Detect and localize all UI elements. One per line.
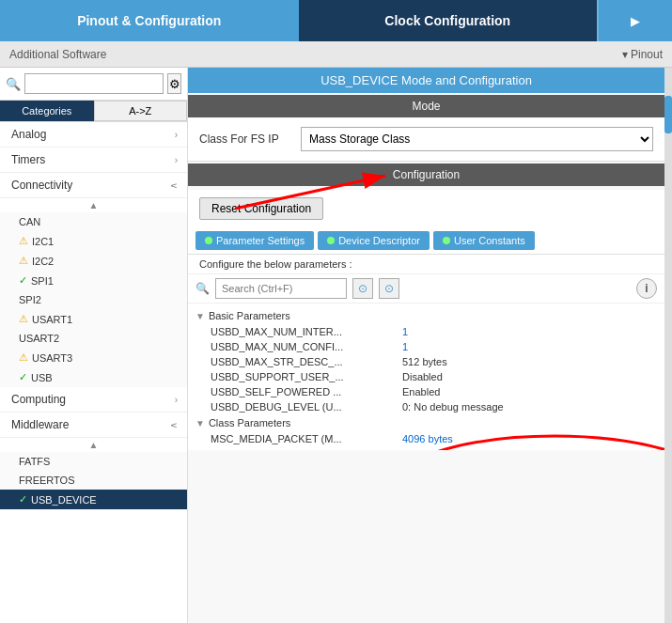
warn-icon: ⚠ (19, 351, 28, 364)
class-for-fs-ip-label: Class For FS IP (199, 132, 293, 146)
params-tree: ▼ Basic Parameters USBD_MAX_NUM_INTER...… (188, 304, 664, 450)
sidebar-search-input[interactable] (24, 73, 164, 94)
sidebar-item-connectivity[interactable]: Connectivity ∨ (0, 173, 187, 198)
mode-row: Class For FS IP Mass Storage Class (199, 127, 653, 151)
search-icon-params: 🔍 (195, 282, 210, 295)
param-name: USBD_DEBUG_LEVEL (U... (211, 401, 399, 413)
param-row: USBD_SELF_POWERED ... Enabled (188, 384, 664, 399)
sidebar-item-computing[interactable]: Computing › (0, 387, 187, 413)
param-name: USBD_MAX_NUM_INTER... (211, 326, 399, 337)
params-search-row: 🔍 ⊙ ⊙ i (188, 274, 664, 304)
gear-button[interactable]: ⚙ (167, 73, 181, 94)
dot-icon (327, 237, 335, 244)
sidebar-sub-spi2[interactable]: SPI2 (0, 290, 187, 309)
sidebar-item-timers[interactable]: Timers › (0, 148, 187, 173)
tab-device-descriptor[interactable]: Device Descriptor (318, 231, 430, 250)
sidebar: 🔍 ⚙ Categories A->Z Analog › (0, 68, 188, 623)
warn-icon: ⚠ (19, 235, 28, 247)
next-nav-button[interactable]: ⊙ (379, 278, 399, 299)
sidebar-sub-freertos[interactable]: FREERTOS (0, 471, 187, 490)
content-area: USB_DEVICE Mode and Configuration Mode C… (188, 68, 664, 623)
dot-icon (205, 237, 212, 244)
check-icon: ✓ (19, 371, 27, 383)
toggle-icon: ▼ (195, 418, 205, 428)
scroll-up-arrow-middleware[interactable]: ▲ (0, 438, 187, 452)
tab-categories[interactable]: Categories (0, 101, 94, 121)
chevron-down-icon: ∨ (169, 422, 180, 428)
sidebar-search-row: 🔍 ⚙ (0, 68, 187, 101)
sidebar-sub-spi1[interactable]: ✓ SPI1 (0, 271, 187, 290)
param-name: USBD_MAX_STR_DESC_... (211, 356, 399, 367)
param-row: USBD_DEBUG_LEVEL (U... 0: No debug messa… (188, 399, 664, 414)
param-row: USBD_MAX_NUM_CONFI... 1 (188, 339, 664, 354)
tab-parameter-settings[interactable]: Parameter Settings (195, 231, 314, 250)
param-name: USBD_SUPPORT_USER_... (211, 371, 399, 382)
class-for-fs-ip-select[interactable]: Mass Storage Class (301, 127, 653, 151)
scrollbar-thumb (664, 96, 672, 133)
tab-atoz[interactable]: A->Z (94, 101, 188, 121)
tab-pinout[interactable]: Pinout & Configuration (0, 0, 299, 41)
chevron-down-icon: ∨ (169, 182, 180, 189)
class-params-group[interactable]: ▼ Class Parameters (188, 414, 664, 431)
param-value: 512 bytes (402, 356, 447, 367)
sidebar-sub-usb-device[interactable]: ✓ USB_DEVICE (0, 490, 187, 509)
sidebar-item-middleware[interactable]: Middleware ∨ (0, 413, 187, 438)
info-button[interactable]: i (636, 278, 657, 299)
param-value: 1 (402, 341, 408, 352)
param-name: MSC_MEDIA_PACKET (M... (211, 433, 399, 444)
param-row: MSC_MEDIA_PACKET (M... 4096 bytes (188, 431, 664, 446)
param-name: USBD_SELF_POWERED ... (211, 386, 399, 397)
config-section: Reset Configuration Parameter Settings D… (188, 190, 664, 450)
sidebar-sub-usart2[interactable]: USART2 (0, 329, 187, 348)
basic-params-group[interactable]: ▼ Basic Parameters (188, 307, 664, 324)
param-value: Disabled (402, 371, 443, 382)
config-tabs: Parameter Settings Device Descriptor Use… (188, 227, 664, 255)
sidebar-sub-usart3[interactable]: ⚠ USART3 (0, 348, 187, 367)
chevron-icon: › (175, 130, 178, 140)
chevron-icon: › (175, 155, 178, 165)
chevron-icon: › (175, 395, 178, 405)
sub-header: Additional Software ▾ Pinout (0, 41, 672, 68)
param-value: 1 (402, 326, 408, 337)
main-layout: 🔍 ⚙ Categories A->Z Analog › (0, 68, 672, 623)
sidebar-sub-i2c2[interactable]: ⚠ I2C2 (0, 251, 187, 271)
tab-user-constants[interactable]: User Constants (433, 231, 535, 250)
middleware-subitems: FATFS FREERTOS ✓ USB_DEVICE (0, 452, 187, 509)
additional-software-label: Additional Software (9, 48, 106, 61)
check-icon: ✓ (19, 493, 27, 506)
sidebar-section: Analog › Timers › Connectivity ∨ ▲ (0, 122, 187, 509)
reset-config-button[interactable]: Reset Configuration (199, 197, 323, 220)
tab-extra[interactable]: ▶ (597, 0, 672, 41)
param-name: USBD_MAX_NUM_CONFI... (211, 341, 399, 352)
param-row: USBD_MAX_NUM_INTER... 1 (188, 324, 664, 339)
mode-section-header: Mode (188, 95, 664, 117)
config-note: Configure the below parameters : (188, 255, 664, 274)
header-tabs: Pinout & Configuration Clock Configurati… (0, 0, 672, 41)
config-section-header: Configuration (188, 164, 664, 186)
toggle-icon: ▼ (195, 311, 205, 321)
pinout-dropdown[interactable]: ▾ Pinout (622, 48, 663, 61)
content-wrapper: USB_DEVICE Mode and Configuration Mode C… (188, 68, 664, 450)
param-value: 4096 bytes (402, 433, 453, 444)
right-scrollbar[interactable] (664, 68, 672, 623)
prev-nav-button[interactable]: ⊙ (352, 278, 373, 299)
connectivity-subitems: CAN ⚠ I2C1 ⚠ I2C2 ✓ SPI1 SPI (0, 212, 187, 387)
param-row: USBD_MAX_STR_DESC_... 512 bytes (188, 354, 664, 369)
sidebar-sub-usb[interactable]: ✓ USB (0, 367, 187, 387)
check-icon: ✓ (19, 274, 27, 287)
mode-section: Class For FS IP Mass Storage Class (188, 117, 664, 162)
param-row: USBD_SUPPORT_USER_... Disabled (188, 369, 664, 384)
sidebar-sub-usart1[interactable]: ⚠ USART1 (0, 309, 187, 329)
params-search-input[interactable] (215, 278, 347, 299)
sidebar-sub-can[interactable]: CAN (0, 212, 187, 231)
sidebar-sub-i2c1[interactable]: ⚠ I2C1 (0, 231, 187, 251)
sidebar-item-analog[interactable]: Analog › (0, 122, 187, 148)
param-value: Enabled (402, 386, 440, 397)
tab-clock[interactable]: Clock Configuration (299, 0, 598, 41)
param-value: 0: No debug message (402, 401, 504, 413)
sidebar-sub-fatfs[interactable]: FATFS (0, 452, 187, 471)
scroll-up-arrow[interactable]: ▲ (0, 198, 187, 212)
sidebar-tabs: Categories A->Z (0, 101, 187, 122)
dot-icon (443, 237, 450, 244)
content-title: USB_DEVICE Mode and Configuration (188, 68, 664, 93)
